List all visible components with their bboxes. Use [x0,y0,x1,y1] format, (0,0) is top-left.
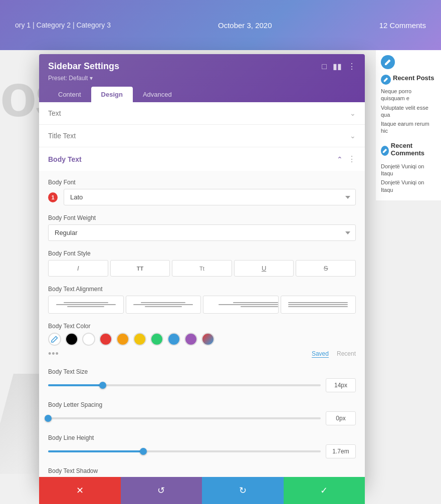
columns-icon[interactable]: ▮▮ [333,62,342,71]
text-section-label: Text [48,109,61,117]
recent-post-1[interactable]: Neque porro quisquam e [381,88,436,102]
sidebar-panel: Recent Posts Neque porro quisquam e Volu… [376,50,441,200]
body-text-shadow-label: Body Text Shadow [48,467,356,474]
modal-title: Sidebar Settings [48,61,119,72]
align-justify-button[interactable] [281,296,356,314]
recent-comments-widget: Recent Comments Donjetë Vuniqi on Itaqu … [381,142,436,193]
underline-button[interactable]: U [234,260,294,277]
recent-post-2[interactable]: Voluptate velit esse qua [381,104,436,119]
strikethrough-button[interactable]: S [296,260,356,277]
recent-post-3[interactable]: Itaque earum rerum hic [381,120,436,135]
color-picker-button[interactable] [48,333,61,346]
color-swatches-row [48,333,356,346]
text-size-value[interactable]: 14px [326,378,356,392]
color-red[interactable] [99,333,112,346]
recent-posts-edit-icon[interactable] [381,75,391,85]
body-text-section-content: Body Font 1 Lato Arial Georgia Times New… [39,171,365,485]
body-font-select[interactable]: Lato Arial Georgia Times New Roman [64,189,356,205]
line-height-value[interactable]: 1.7em [326,444,356,458]
body-text-shadow-field: Body Text Shadow [48,467,356,474]
tab-content[interactable]: Content [48,87,91,102]
body-text-section-label: Body Text [48,155,82,163]
letter-spacing-value[interactable]: 0px [326,411,356,425]
color-tab-recent[interactable]: Recent [337,350,356,358]
settings-modal: Sidebar Settings □ ▮▮ ⋮ Preset: Default … [39,54,365,485]
confirm-button[interactable]: ✓ [284,477,365,504]
body-font-style-field: Body Font Style I TT Tt U S [48,250,356,277]
letter-spacing-slider-track[interactable] [48,417,321,419]
body-font-weight-label: Body Font Weight [48,214,356,221]
recent-posts-title: Recent Posts [393,74,434,82]
text-alignment-buttons [48,296,356,314]
cancel-button[interactable]: ✕ [39,477,121,504]
align-right-button[interactable] [203,296,279,314]
more-icon[interactable]: ⋮ [348,62,356,71]
color-blue[interactable] [167,333,180,346]
preset-label[interactable]: Preset: Default ▾ [48,75,356,82]
edit-icon-1[interactable] [381,55,395,69]
modal-tabs: Content Design Advanced [48,87,356,102]
body-font-field: Body Font 1 Lato Arial Georgia Times New… [48,179,356,205]
body-font-weight-select[interactable]: Regular Bold Light Medium [48,224,356,241]
body-text-alignment-label: Body Text Alignment [48,286,356,293]
font-style-buttons: I TT Tt U S [48,260,356,277]
body-letter-spacing-field: Body Letter Spacing 0px [48,401,356,425]
body-letter-spacing-label: Body Letter Spacing [48,401,356,408]
body-line-height-field: Body Line Height 1.7em [48,434,356,458]
align-left-button[interactable] [48,296,124,314]
title-text-section-header[interactable]: Title Text ⌄ [39,125,365,147]
recent-posts-widget: Recent Posts Neque porro quisquam e Volu… [381,74,436,135]
comments-text: 12 Comments [379,21,426,30]
capitalize-button[interactable]: Tt [172,260,232,277]
date-text: October 3, 2020 [218,21,272,30]
body-text-size-label: Body Text Size [48,368,356,375]
categories-text: ory 1 | Category 2 | Category 3 [15,21,111,29]
color-black[interactable] [65,333,78,346]
tab-design[interactable]: Design [91,87,133,102]
color-green[interactable] [150,333,163,346]
color-gradient[interactable] [201,333,214,346]
text-size-slider-row: 14px [48,378,356,392]
body-text-color-label: Body Text Color [48,323,356,330]
text-section-header[interactable]: Text ⌄ [39,102,365,125]
modal-body: Text ⌄ Title Text ⌄ Body Text ⌃ ⋮ Body F… [39,102,365,485]
body-text-alignment-field: Body Text Alignment [48,286,356,314]
letter-spacing-slider-row: 0px [48,411,356,425]
body-text-chevron-icon: ⌃ [337,155,343,163]
recent-comments-edit-icon[interactable] [381,146,389,156]
line-height-slider-track[interactable] [48,450,321,452]
recent-comment-1[interactable]: Donjetë Vuniqi on Itaqu [381,163,436,177]
body-text-color-field: Body Text Color [48,323,356,359]
body-text-section-header[interactable]: Body Text ⌃ ⋮ [39,147,365,171]
body-font-label: Body Font [48,179,356,186]
color-orange[interactable] [116,333,129,346]
uppercase-button[interactable]: TT [110,260,170,277]
text-size-slider-track[interactable] [48,384,321,386]
text-chevron-icon: ⌄ [350,109,356,117]
title-text-chevron-icon: ⌄ [350,132,356,140]
color-white[interactable] [82,333,95,346]
color-yellow[interactable] [133,333,146,346]
color-more-button[interactable]: ••• [48,349,59,359]
align-center-button[interactable] [126,296,201,314]
color-purple[interactable] [184,333,197,346]
body-text-more-icon[interactable]: ⋮ [348,154,356,164]
top-bar: ory 1 | Category 2 | Category 3 October … [0,0,441,50]
line-height-slider-row: 1.7em [48,444,356,458]
body-line-height-label: Body Line Height [48,434,356,441]
redo-button[interactable]: ↻ [202,477,284,504]
action-bar: ✕ ↺ ↻ ✓ [39,477,365,504]
reset-button[interactable]: ↺ [121,477,202,504]
fullscreen-icon[interactable]: □ [322,62,327,71]
tab-advanced[interactable]: Advanced [133,87,182,102]
body-font-style-label: Body Font Style [48,250,356,257]
italic-button[interactable]: I [48,260,108,277]
modal-header-icons: □ ▮▮ ⋮ [322,62,356,71]
recent-comments-title: Recent Comments [391,142,436,157]
font-badge: 1 [48,192,58,202]
recent-comment-2[interactable]: Donjetë Vuniqi on Itaqu [381,179,436,193]
modal-header: Sidebar Settings □ ▮▮ ⋮ Preset: Default … [39,54,365,102]
color-tab-saved[interactable]: Saved [312,350,329,358]
title-text-section-label: Title Text [48,132,76,140]
body-text-size-field: Body Text Size 14px [48,368,356,392]
